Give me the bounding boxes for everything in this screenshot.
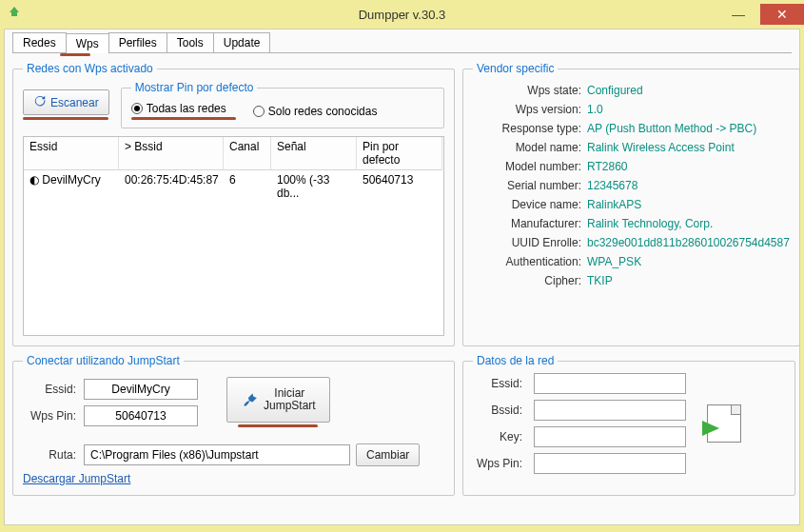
cell-bssid: 00:26:75:4D:45:87 bbox=[119, 170, 224, 203]
lock-icon: ◐ bbox=[29, 173, 39, 187]
vendor-row: Model number:RT2860 bbox=[473, 157, 790, 176]
vendor-label: Wps version: bbox=[473, 103, 587, 116]
vendor-row: Model name:Ralink Wireless Access Point bbox=[473, 138, 790, 157]
radio-all-label: Todas las redes bbox=[147, 102, 226, 115]
vendor-group: Vendor specific Wps state:ConfiguredWps … bbox=[462, 62, 800, 346]
vendor-row: Device name:RalinkAPS bbox=[473, 195, 790, 214]
annotation-underline bbox=[238, 424, 318, 427]
start-jumpstart-button[interactable]: Iniciar JumpStart bbox=[226, 377, 330, 423]
vendor-row: Wps state:Configured bbox=[473, 81, 790, 100]
minimize-button[interactable]: — bbox=[716, 4, 760, 25]
vendor-label: Serial number: bbox=[473, 179, 587, 192]
wpspin-input[interactable] bbox=[84, 405, 198, 426]
annotation-underline bbox=[23, 117, 108, 120]
vendor-label: Model name: bbox=[473, 141, 587, 154]
vendor-value: WPA_PSK bbox=[587, 255, 641, 268]
col-bssid[interactable]: > Bssid bbox=[119, 137, 224, 170]
vendor-label: Device name: bbox=[473, 198, 587, 211]
wps-networks-group: Redes con Wps activado Escanear Mostrar … bbox=[12, 62, 455, 346]
tab-tools[interactable]: Tools bbox=[167, 32, 214, 52]
vendor-value: RalinkAPS bbox=[587, 198, 641, 211]
cell-essid: ◐ DevilMyCry bbox=[24, 170, 119, 203]
vendor-row: Wps version:1.0 bbox=[473, 100, 790, 119]
essid-label: Essid: bbox=[23, 383, 84, 396]
app-icon bbox=[8, 7, 21, 23]
annotation-underline bbox=[60, 53, 90, 56]
cell-senal: 100% (-33 db... bbox=[271, 170, 357, 203]
vendor-label: Cipher: bbox=[473, 274, 587, 287]
col-senal[interactable]: Señal bbox=[271, 137, 357, 170]
refresh-icon bbox=[33, 94, 47, 110]
radio-known-label: Solo redes conocidas bbox=[268, 105, 378, 118]
download-jumpstart-link[interactable]: Descargar JumpStart bbox=[23, 472, 130, 485]
essid-input[interactable] bbox=[84, 379, 198, 400]
vendor-label: Wps state: bbox=[473, 84, 587, 97]
vendor-row: Serial number:12345678 bbox=[473, 176, 790, 195]
cell-canal: 6 bbox=[224, 170, 271, 203]
vendor-value: bc329e001dd811b286010026754d4587 bbox=[587, 236, 790, 249]
annotation-underline bbox=[131, 117, 236, 120]
vendor-value: 12345678 bbox=[587, 179, 637, 192]
vendor-row: Manufacturer:Ralink Technology, Corp. bbox=[473, 214, 790, 233]
close-button[interactable]: ✕ bbox=[760, 4, 804, 25]
networks-table[interactable]: Essid > Bssid Canal Señal Pin por defect… bbox=[23, 136, 444, 336]
nd-bssid-input[interactable] bbox=[534, 400, 686, 421]
netdata-legend: Datos de la red bbox=[473, 354, 558, 367]
title-bar: Dumpper v.30.3 — ✕ bbox=[0, 0, 804, 29]
nd-key-label: Key: bbox=[473, 430, 530, 443]
radio-known-networks[interactable]: Solo redes conocidas bbox=[253, 102, 378, 120]
tab-wps[interactable]: Wps bbox=[66, 33, 109, 53]
table-row[interactable]: ◐ DevilMyCry 00:26:75:4D:45:87 6 100% (-… bbox=[24, 170, 443, 203]
vendor-row: UUID Enrolle:bc329e001dd811b286010026754… bbox=[473, 233, 790, 252]
col-essid[interactable]: Essid bbox=[24, 137, 119, 170]
vendor-value: TKIP bbox=[587, 274, 613, 287]
vendor-label: Response type: bbox=[473, 122, 587, 135]
change-path-button[interactable]: Cambiar bbox=[356, 443, 420, 466]
tab-update[interactable]: Update bbox=[213, 32, 271, 52]
nd-key-input[interactable] bbox=[534, 426, 686, 447]
vendor-label: UUID Enrolle: bbox=[473, 236, 587, 249]
scan-button[interactable]: Escanear bbox=[23, 89, 109, 115]
connect-legend: Conectar utilizando JumpStart bbox=[23, 354, 184, 367]
vendor-value: RT2860 bbox=[587, 160, 627, 173]
nd-essid-label: Essid: bbox=[473, 377, 530, 390]
vendor-value: Ralink Wireless Access Point bbox=[587, 141, 735, 154]
vendor-value: Ralink Technology, Corp. bbox=[587, 217, 713, 230]
vendor-label: Model number: bbox=[473, 160, 587, 173]
vendor-value: 1.0 bbox=[587, 103, 603, 116]
window-title: Dumpper v.30.3 bbox=[359, 8, 446, 22]
netdata-group: Datos de la red Essid: Bssid: Key: Wps P… bbox=[462, 354, 795, 496]
wpspin-label: Wps Pin: bbox=[23, 409, 84, 423]
cell-pin: 50640713 bbox=[357, 170, 442, 203]
start-label-2: JumpStart bbox=[264, 400, 316, 412]
col-canal[interactable]: Canal bbox=[224, 137, 271, 170]
nd-bssid-label: Bssid: bbox=[473, 404, 530, 417]
vendor-value: AP (Push Button Method -> PBC) bbox=[587, 122, 756, 135]
vendor-row: Response type:AP (Push Button Method -> … bbox=[473, 119, 790, 138]
tab-redes[interactable]: Redes bbox=[12, 32, 67, 52]
vendor-label: Manufacturer: bbox=[473, 217, 587, 230]
tab-bar: Redes Wps Perfiles Tools Update bbox=[12, 32, 792, 53]
nd-wpspin-label: Wps Pin: bbox=[473, 457, 530, 470]
vendor-label: Authentication: bbox=[473, 255, 587, 268]
ruta-input[interactable] bbox=[84, 444, 350, 465]
scan-button-label: Escanear bbox=[50, 96, 99, 109]
vendor-row: Cipher:TKIP bbox=[473, 271, 790, 290]
tab-perfiles[interactable]: Perfiles bbox=[108, 32, 167, 52]
vendor-legend: Vendor specific bbox=[473, 62, 558, 75]
ruta-label: Ruta: bbox=[23, 448, 84, 462]
export-icon[interactable] bbox=[707, 404, 741, 443]
vendor-value: Configured bbox=[587, 84, 643, 97]
pin-default-legend: Mostrar Pin por defecto bbox=[131, 81, 258, 94]
wps-networks-legend: Redes con Wps activado bbox=[23, 62, 157, 75]
nd-essid-input[interactable] bbox=[534, 373, 686, 394]
col-pin[interactable]: Pin por defecto bbox=[357, 137, 442, 170]
nd-wpspin-input[interactable] bbox=[534, 453, 686, 474]
radio-all-networks[interactable]: Todas las redes bbox=[131, 102, 236, 115]
table-header: Essid > Bssid Canal Señal Pin por defect… bbox=[24, 137, 443, 170]
connect-group: Conectar utilizando JumpStart Essid: Wps… bbox=[12, 354, 455, 496]
vendor-row: Authentication:WPA_PSK bbox=[473, 252, 790, 271]
run-icon bbox=[241, 390, 258, 410]
